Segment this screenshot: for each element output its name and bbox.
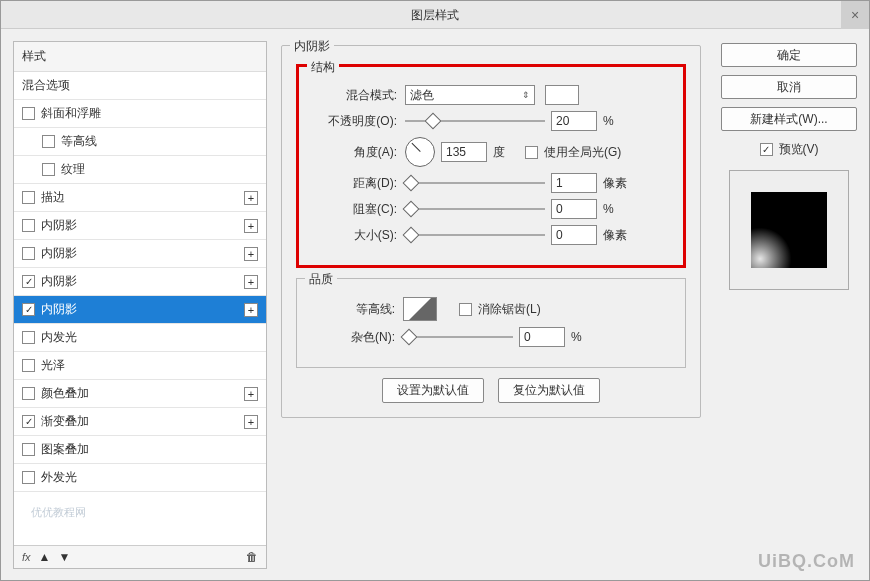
- size-label: 大小(S):: [313, 227, 399, 244]
- style-row-0[interactable]: 斜面和浮雕: [14, 100, 266, 128]
- styles-footer: fx ▲ ▼ 🗑: [14, 545, 266, 568]
- blend-mode-select[interactable]: 滤色 ⇕: [405, 85, 535, 105]
- style-row-10[interactable]: 颜色叠加+: [14, 380, 266, 408]
- move-up-icon[interactable]: ▲: [39, 550, 51, 564]
- style-row-7[interactable]: 内阴影+: [14, 296, 266, 324]
- close-button[interactable]: ×: [841, 1, 869, 29]
- structure-group: 结构 混合模式: 滤色 ⇕ 不透明度(O): 20 %: [296, 64, 686, 268]
- style-label: 图案叠加: [41, 441, 89, 458]
- cancel-button[interactable]: 取消: [721, 75, 857, 99]
- style-checkbox[interactable]: [42, 135, 55, 148]
- trash-icon[interactable]: 🗑: [246, 550, 258, 564]
- watermark-text2: 优优教程网: [31, 505, 86, 520]
- distance-slider[interactable]: [405, 175, 545, 191]
- add-effect-icon[interactable]: +: [244, 275, 258, 289]
- antialias-checkbox[interactable]: [459, 303, 472, 316]
- color-swatch[interactable]: [545, 85, 579, 105]
- style-row-1[interactable]: 等高线: [14, 128, 266, 156]
- style-checkbox[interactable]: [22, 191, 35, 204]
- style-row-13[interactable]: 外发光: [14, 464, 266, 492]
- opacity-label: 不透明度(O):: [313, 113, 399, 130]
- style-checkbox[interactable]: [22, 219, 35, 232]
- style-checkbox[interactable]: [22, 471, 35, 484]
- style-label: 内阴影: [41, 245, 77, 262]
- style-label: 内阴影: [41, 301, 77, 318]
- structure-legend: 结构: [307, 59, 339, 76]
- style-row-5[interactable]: 内阴影+: [14, 240, 266, 268]
- watermark-text: UiBQ.CoM: [758, 551, 855, 572]
- style-checkbox[interactable]: [22, 443, 35, 456]
- style-label: 内阴影: [41, 273, 77, 290]
- style-row-2[interactable]: 纹理: [14, 156, 266, 184]
- preview-checkbox[interactable]: [760, 143, 773, 156]
- blend-options-row[interactable]: 混合选项: [14, 72, 266, 100]
- style-label: 内阴影: [41, 217, 77, 234]
- add-effect-icon[interactable]: +: [244, 191, 258, 205]
- layer-style-dialog: 图层样式 × 样式 混合选项 斜面和浮雕等高线纹理描边+内阴影+内阴影+内阴影+…: [0, 0, 870, 581]
- noise-input[interactable]: 0: [519, 327, 565, 347]
- style-checkbox[interactable]: [22, 247, 35, 260]
- style-label: 斜面和浮雕: [41, 105, 101, 122]
- choke-slider[interactable]: [405, 201, 545, 217]
- angle-input[interactable]: 135: [441, 142, 487, 162]
- chevron-updown-icon: ⇕: [522, 90, 530, 100]
- dialog-title: 图层样式: [411, 8, 459, 22]
- opacity-slider[interactable]: [405, 113, 545, 129]
- style-checkbox[interactable]: [42, 163, 55, 176]
- style-checkbox[interactable]: [22, 303, 35, 316]
- add-effect-icon[interactable]: +: [244, 219, 258, 233]
- distance-input[interactable]: 1: [551, 173, 597, 193]
- move-down-icon[interactable]: ▼: [58, 550, 70, 564]
- angle-dial[interactable]: [405, 137, 435, 167]
- noise-label: 杂色(N):: [311, 329, 397, 346]
- contour-picker[interactable]: [403, 297, 437, 321]
- style-checkbox[interactable]: [22, 415, 35, 428]
- settings-panel: 内阴影 结构 混合模式: 滤色 ⇕ 不透明度(O): 20: [277, 41, 711, 569]
- style-row-12[interactable]: 图案叠加: [14, 436, 266, 464]
- choke-input[interactable]: 0: [551, 199, 597, 219]
- noise-slider[interactable]: [403, 329, 513, 345]
- style-row-3[interactable]: 描边+: [14, 184, 266, 212]
- add-effect-icon[interactable]: +: [244, 415, 258, 429]
- style-label: 纹理: [61, 161, 85, 178]
- blend-mode-label: 混合模式:: [313, 87, 399, 104]
- style-row-8[interactable]: 内发光: [14, 324, 266, 352]
- reset-default-button[interactable]: 复位为默认值: [498, 378, 600, 403]
- action-panel: 确定 取消 新建样式(W)... 预览(V): [721, 41, 857, 569]
- add-effect-icon[interactable]: +: [244, 247, 258, 261]
- style-label: 渐变叠加: [41, 413, 89, 430]
- quality-group: 品质 等高线: 消除锯齿(L) 杂色(N): 0 %: [296, 278, 686, 368]
- style-label: 内发光: [41, 329, 77, 346]
- style-checkbox[interactable]: [22, 107, 35, 120]
- choke-unit: %: [603, 202, 633, 216]
- styles-list: 斜面和浮雕等高线纹理描边+内阴影+内阴影+内阴影+内阴影+内发光光泽颜色叠加+渐…: [14, 100, 266, 545]
- style-checkbox[interactable]: [22, 387, 35, 400]
- global-light-label: 使用全局光(G): [544, 144, 621, 161]
- noise-unit: %: [571, 330, 601, 344]
- style-checkbox[interactable]: [22, 359, 35, 372]
- distance-label: 距离(D):: [313, 175, 399, 192]
- global-light-checkbox[interactable]: [525, 146, 538, 159]
- style-row-9[interactable]: 光泽: [14, 352, 266, 380]
- style-row-6[interactable]: 内阴影+: [14, 268, 266, 296]
- style-row-11[interactable]: 渐变叠加+: [14, 408, 266, 436]
- add-effect-icon[interactable]: +: [244, 303, 258, 317]
- opacity-input[interactable]: 20: [551, 111, 597, 131]
- size-input[interactable]: 0: [551, 225, 597, 245]
- add-effect-icon[interactable]: +: [244, 387, 258, 401]
- set-default-button[interactable]: 设置为默认值: [382, 378, 484, 403]
- opacity-unit: %: [603, 114, 633, 128]
- fx-icon[interactable]: fx: [22, 551, 31, 563]
- preview-label: 预览(V): [779, 141, 819, 158]
- new-style-button[interactable]: 新建样式(W)...: [721, 107, 857, 131]
- style-checkbox[interactable]: [22, 275, 35, 288]
- style-checkbox[interactable]: [22, 331, 35, 344]
- style-label: 颜色叠加: [41, 385, 89, 402]
- ok-button[interactable]: 确定: [721, 43, 857, 67]
- style-label: 光泽: [41, 357, 65, 374]
- style-row-4[interactable]: 内阴影+: [14, 212, 266, 240]
- preview-box: [729, 170, 849, 290]
- section-title: 内阴影: [290, 38, 334, 55]
- contour-label: 等高线:: [311, 301, 397, 318]
- size-slider[interactable]: [405, 227, 545, 243]
